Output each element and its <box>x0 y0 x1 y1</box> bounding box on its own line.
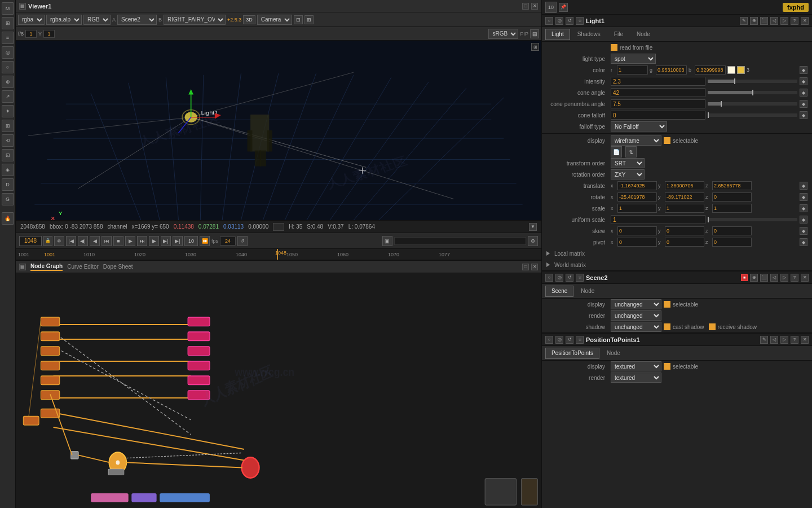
s2-receive-shadow-checkbox[interactable] <box>709 323 716 330</box>
sidebar-icon-14[interactable]: G <box>2 193 14 205</box>
tab-node-graph[interactable]: Node Graph <box>30 263 63 271</box>
local-matrix-row[interactable]: Local matrix <box>542 248 812 259</box>
p2p-display-select[interactable]: textured <box>611 361 661 371</box>
sidebar-icon-8[interactable]: ✦ <box>2 105 14 117</box>
next-frame-icon[interactable]: ▶ <box>149 236 159 246</box>
pivot-z-input[interactable] <box>712 238 752 247</box>
l1-icon1[interactable]: ○ <box>545 17 553 25</box>
display-select[interactable]: wireframe <box>611 135 661 146</box>
sidebar-icon-3[interactable]: ≡ <box>2 32 14 44</box>
loop-icon[interactable]: ↺ <box>237 236 248 246</box>
p2p-close-icon[interactable]: ✕ <box>801 336 809 344</box>
p2p-edit-icon[interactable]: ✎ <box>760 336 768 344</box>
fit-icon[interactable]: ⊡ <box>294 15 303 24</box>
skip-end-icon[interactable]: ▶| <box>173 236 183 246</box>
l1-edit-icon[interactable]: ✎ <box>740 17 748 25</box>
l1-icon3[interactable]: ↺ <box>566 17 573 25</box>
intensity-input[interactable] <box>611 77 705 86</box>
tab-shadows[interactable]: Shadows <box>571 29 607 40</box>
tab-curve-editor[interactable]: Curve Editor <box>67 264 99 270</box>
s2-render-select[interactable]: unchanged <box>611 310 661 321</box>
roi-icon[interactable]: ⊞ <box>304 15 314 24</box>
p2p-icon4[interactable]: ☆ <box>576 336 584 344</box>
tab-dope-sheet[interactable]: Dope Sheet <box>103 264 133 270</box>
ng-maximize-icon[interactable]: □ <box>522 264 529 270</box>
ng-close-icon[interactable]: ✕ <box>531 264 538 270</box>
cone-falloff-slider[interactable] <box>708 113 798 117</box>
fps-value[interactable]: 24 <box>220 237 236 246</box>
l1-fwd-icon[interactable]: ▷ <box>780 17 788 25</box>
props-pin-icon[interactable]: 📌 <box>559 3 568 12</box>
pip-icon[interactable]: ▤ <box>530 29 539 38</box>
read-from-file-checkbox[interactable] <box>611 44 617 51</box>
step-fwd-icon[interactable]: ⏭ <box>137 236 147 246</box>
l1-icon2[interactable]: ◎ <box>555 17 563 25</box>
transform-order-select[interactable]: SRT <box>611 158 645 168</box>
colorspace-out-select[interactable]: sRGB <box>488 29 518 39</box>
render-icon[interactable]: ▣ <box>382 236 392 246</box>
s2-icon4[interactable]: ☆ <box>576 274 584 282</box>
channel-alpha-select[interactable]: rgba.alp <box>46 15 82 25</box>
cone-angle-input[interactable] <box>611 88 705 97</box>
world-matrix-row[interactable]: World matrix <box>542 259 812 270</box>
p2p-back-icon[interactable]: ◁ <box>770 336 778 344</box>
cone-penumbra-input[interactable] <box>611 99 705 108</box>
rotation-order-select[interactable]: ZXY <box>611 169 645 179</box>
cone-angle-slider[interactable] <box>708 91 798 94</box>
color-g-input[interactable] <box>656 65 687 75</box>
scale-keyframe-icon[interactable]: ◆ <box>800 204 807 212</box>
p2p-icon2[interactable]: ◎ <box>555 336 563 344</box>
skew-x-input[interactable] <box>617 226 657 235</box>
rotate-z-input[interactable] <box>712 192 752 202</box>
rotate-y-input[interactable] <box>665 192 704 202</box>
cone-falloff-input[interactable] <box>611 111 705 120</box>
light-type-select[interactable]: spot <box>611 54 656 64</box>
l1-help-icon[interactable]: ? <box>791 17 798 25</box>
color-b-input[interactable] <box>695 65 726 75</box>
scale-x-input[interactable] <box>617 204 657 213</box>
viewer-close-icon[interactable]: ✕ <box>531 3 538 10</box>
falloff-type-select[interactable]: No Falloff <box>611 121 667 132</box>
p2p-icon1[interactable]: ○ <box>545 336 553 344</box>
play-icon[interactable]: ▶ <box>125 236 135 246</box>
sidebar-icon-2[interactable]: ⊞ <box>2 17 14 29</box>
snowflake-icon[interactable]: ❄ <box>54 236 64 246</box>
3d-toggle[interactable]: 3D <box>243 15 255 24</box>
p2p-selectable-checkbox[interactable] <box>664 363 670 370</box>
sidebar-icon-5[interactable]: ○ <box>2 61 14 73</box>
skip-start-icon[interactable]: |◀ <box>66 236 76 246</box>
l1-copy-icon[interactable]: ⊕ <box>750 17 758 25</box>
cone-penumbra-keyframe-icon[interactable]: ◆ <box>800 100 807 108</box>
s2-shadow-select[interactable]: unchanged <box>611 322 661 332</box>
uniform-scale-slider[interactable] <box>708 218 798 221</box>
sidebar-icon-10[interactable]: ⟲ <box>2 134 14 147</box>
pivot-x-input[interactable] <box>617 238 657 247</box>
cone-angle-keyframe-icon[interactable]: ◆ <box>800 89 807 97</box>
stop-icon[interactable]: ■ <box>113 236 123 246</box>
uniform-scale-keyframe-icon[interactable]: ◆ <box>800 216 807 224</box>
rotate-x-input[interactable] <box>617 192 657 202</box>
translate-y-input[interactable] <box>665 181 704 190</box>
y-value[interactable]: 1 <box>43 30 55 38</box>
selectable-checkbox[interactable] <box>664 137 670 144</box>
scene-a-select[interactable]: Scene2 <box>117 15 157 25</box>
tab-file[interactable]: File <box>608 29 629 40</box>
sidebar-icon-9[interactable]: ⊞ <box>2 120 14 132</box>
exposure-value[interactable]: 1 <box>25 30 37 38</box>
p2p-help-icon[interactable]: ? <box>791 336 798 344</box>
skip-frames-input[interactable]: 10 <box>184 236 198 246</box>
s2-back-icon[interactable]: ◁ <box>770 274 778 282</box>
viewer-maximize-icon[interactable]: □ <box>522 3 529 10</box>
skew-z-input[interactable] <box>712 226 752 235</box>
p2p-icon3[interactable]: ↺ <box>566 336 573 344</box>
pivot-y-input[interactable] <box>665 238 704 247</box>
tab-positiontopoints[interactable]: PositionToPoints <box>545 348 599 359</box>
viewport-btn-1[interactable]: ⊞ <box>531 43 539 51</box>
s2-copy-icon[interactable]: ⊕ <box>750 274 758 282</box>
scale-y-input[interactable] <box>665 204 704 213</box>
intensity-slider[interactable] <box>708 80 798 83</box>
s2-expand-icon[interactable]: ⬛ <box>760 274 768 282</box>
tab-p2p-node[interactable]: Node <box>601 348 626 359</box>
channel-select[interactable]: rgba <box>18 15 45 25</box>
s2-close-icon[interactable]: ✕ <box>801 274 809 282</box>
